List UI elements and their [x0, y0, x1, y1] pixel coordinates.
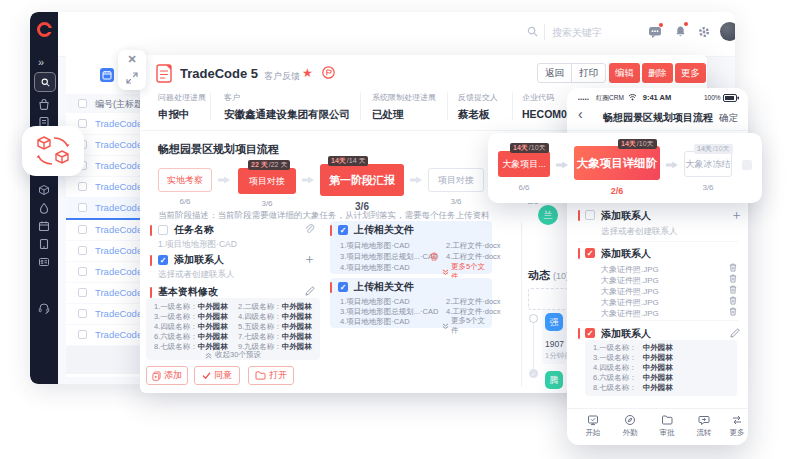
task-marker [150, 287, 152, 298]
task-checkbox-checked[interactable] [338, 225, 348, 235]
chat-bubble-icon [648, 26, 662, 39]
toolbar-label: 更多 [725, 428, 749, 438]
clock: 9:41 AM [637, 93, 677, 102]
start-icon [587, 414, 599, 426]
divider [578, 320, 738, 321]
open-button[interactable]: 打开 [248, 366, 294, 385]
pencil-icon[interactable] [305, 286, 315, 296]
select-all-checkbox[interactable] [78, 99, 87, 108]
row-link[interactable]: TradeCode [95, 245, 142, 256]
sync-widget[interactable] [22, 126, 84, 176]
search-input[interactable]: 搜索关键字 [552, 26, 602, 40]
trash-icon[interactable] [729, 307, 737, 316]
confirm-button[interactable]: 确定 [719, 112, 738, 125]
toolbar-approve[interactable]: 审批 [655, 414, 679, 438]
task-checkbox[interactable] [158, 225, 168, 235]
row-link[interactable]: TradeCode [95, 118, 142, 129]
plus-icon[interactable]: ＋ [303, 250, 316, 268]
sidebar-item-briefcase[interactable] [38, 98, 50, 110]
row-checkbox[interactable] [78, 182, 87, 191]
add-button[interactable]: 添加 [146, 366, 188, 385]
flow-arrow-icon [410, 176, 422, 184]
row-link[interactable]: TradeCode [95, 266, 142, 277]
row-link[interactable]: TradeCode [95, 160, 142, 171]
sidebar-item-contacts[interactable] [38, 256, 50, 268]
task-marker [150, 225, 152, 236]
row-checkbox[interactable] [78, 309, 87, 318]
task-checkbox-checked[interactable] [585, 248, 595, 258]
compass-icon [624, 414, 636, 426]
row-link[interactable]: TradeCode [95, 139, 142, 150]
row-link[interactable]: TradeCode [95, 202, 142, 213]
stage-badge: 22 天/22 天 [248, 160, 290, 170]
phone-nav-title: 畅想园景区规划项目流程 [590, 111, 726, 125]
timeline-line [533, 318, 534, 374]
info-pair: 2.二级名称：中外园林 [238, 302, 312, 312]
activity-input[interactable] [528, 288, 568, 310]
row-link[interactable]: TradeCode [95, 308, 142, 319]
sidebar-search-button[interactable] [34, 72, 56, 92]
gear-icon[interactable] [698, 26, 710, 38]
toolbar-flow[interactable]: 流转 [692, 414, 716, 438]
sidebar-item-tablet[interactable] [38, 238, 50, 250]
close-icon[interactable]: ✕ [118, 53, 146, 66]
row-checkbox[interactable] [78, 267, 87, 276]
trash-icon[interactable] [430, 252, 438, 261]
divider [210, 92, 211, 120]
collapse-link[interactable]: 收起30个预设 [146, 350, 320, 360]
toolbar-field[interactable]: 外勤 [618, 414, 642, 438]
row-link[interactable]: TradeCode [95, 287, 142, 298]
row-checkbox[interactable] [78, 288, 87, 297]
row-link[interactable]: TradeCode [95, 329, 142, 340]
task-title: 添加联系人 [601, 247, 651, 261]
carrier-label: 红圈CRM [596, 94, 624, 103]
sidebar-expand-icon[interactable]: » [38, 56, 44, 68]
paperclip-icon[interactable] [304, 223, 315, 234]
row-checkbox[interactable] [78, 119, 87, 128]
info-pair: 4.四级名称：中外园林 [238, 312, 312, 322]
edit-button[interactable]: 编辑 [609, 63, 640, 83]
row-checkbox[interactable] [78, 225, 87, 234]
trash-icon[interactable] [729, 263, 737, 272]
pencil-icon[interactable] [730, 328, 740, 338]
messages-button[interactable] [648, 26, 662, 39]
print-button[interactable]: 打印 [571, 63, 606, 83]
more-button[interactable]: 更多 [675, 63, 706, 83]
flag-circle-icon[interactable] [322, 66, 335, 79]
row-link[interactable]: TradeCode [95, 181, 142, 192]
back-icon[interactable]: ‹ [578, 106, 583, 122]
task-checkbox-checked[interactable] [585, 328, 595, 338]
delete-button[interactable]: 删除 [642, 63, 673, 83]
row-checkbox[interactable] [78, 203, 87, 212]
trash-icon[interactable] [729, 274, 737, 283]
back-button[interactable]: 返回 [537, 63, 572, 83]
stage-badge: 14天/10天 [618, 139, 657, 149]
search-icon[interactable] [527, 26, 538, 37]
flow-arrow-icon [556, 161, 568, 169]
sidebar-item-support[interactable] [38, 302, 50, 314]
task-checkbox-checked[interactable] [338, 282, 348, 292]
plus-icon[interactable]: ＋ [730, 206, 743, 224]
more-files-link[interactable]: 更多5个文件 [442, 316, 492, 336]
stage-progress: 3/6 [238, 199, 296, 208]
row-link[interactable]: TradeCode [95, 224, 142, 235]
trash-icon[interactable] [729, 296, 737, 305]
task-checkbox-checked[interactable] [158, 255, 168, 265]
task-checkbox[interactable] [585, 210, 595, 220]
trash-icon[interactable] [729, 285, 737, 294]
field-label: 问题处理进展 [158, 92, 206, 103]
sidebar-item-drop[interactable] [38, 202, 50, 214]
sidebar-item-calendar[interactable] [38, 220, 50, 232]
row-checkbox[interactable] [78, 246, 87, 255]
agree-button[interactable]: 同意 [194, 366, 240, 385]
notifications-button[interactable] [675, 25, 686, 38]
toolbar-start[interactable]: 开始 [581, 414, 605, 438]
star-icon[interactable]: ★ [302, 66, 313, 80]
avatar[interactable] [720, 22, 735, 41]
sidebar-item-package[interactable] [38, 184, 50, 196]
toolbar-more[interactable]: 更多 [725, 414, 749, 438]
expand-icon[interactable] [125, 71, 139, 85]
task-sub: 选择或者创建联系人 [601, 226, 678, 238]
row-checkbox[interactable] [78, 330, 87, 339]
field-label: 系统限制处理进展 [372, 92, 436, 103]
